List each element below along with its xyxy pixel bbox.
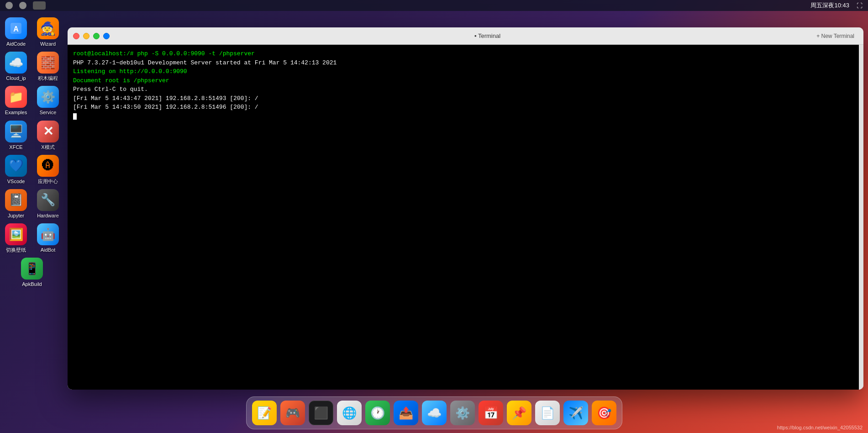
sidebar-icon-xfce[interactable]: 🖥️ XFCE — [2, 119, 30, 152]
sidebar-icon-aidbot[interactable]: 🤖 AidBot — [34, 222, 62, 255]
wallpaper-emoji: 🖼️ — [9, 227, 23, 242]
close-button[interactable] — [73, 33, 79, 39]
sys-dot-3 — [33, 1, 46, 10]
terminal-line-4: Press Ctrl-C to quit. — [73, 85, 853, 94]
jupyter-emoji: 📓 — [9, 193, 23, 207]
wallpaper-label: 切换壁纸 — [6, 247, 26, 253]
dock-icon-gamepad[interactable]: 🎮 — [280, 401, 305, 425]
sidebar-icon-aidcode[interactable]: A AidCode — [2, 16, 30, 49]
jupyter-label: Jupyter — [8, 213, 24, 219]
service-label: Service — [40, 110, 57, 116]
dock-icon-notes2[interactable]: 📄 — [535, 401, 560, 425]
dock-icon-clock[interactable]: 🕐 — [365, 401, 390, 425]
cloud-ip-emoji: ☁️ — [9, 56, 23, 70]
aidbot-label: AidBot — [41, 247, 55, 253]
icon-row-1: A AidCode 🧙 Wizard — [0, 16, 64, 49]
terminal-line-1: PHP 7.3.27-1~deb10u1 Development Server … — [73, 58, 853, 68]
cursor-block — [73, 113, 77, 120]
terminal-line-3: Document root is /phpserver — [73, 76, 853, 85]
bottom-url: https://blog.csdn.net/weixin_42055532 — [777, 425, 863, 430]
system-tray-left — [0, 0, 51, 11]
taskbar-dock: 📝 🎮 ⬛ 🌐 🕐 📤 ☁️ ⚙️ 📅 📌 📄 ✈️ 🎯 — [246, 396, 622, 429]
sidebar-icon-jupyter[interactable]: 📓 Jupyter — [2, 187, 30, 221]
datetime-label: 周五深夜10:43 — [810, 1, 849, 10]
dock-icon-send[interactable]: ✈️ — [563, 401, 588, 425]
terminal-line-command: root@localhost:/# php -S 0.0.0.0:9090 -t… — [73, 49, 853, 58]
svg-text:A: A — [13, 25, 19, 33]
desktop-sidebar: A AidCode 🧙 Wizard ☁️ Cloud_ip 🧱 积木编程 — [0, 11, 64, 394]
dock-icon-calendar[interactable]: 📅 — [479, 401, 503, 425]
sidebar-icon-xmode[interactable]: ✕ X模式 — [34, 119, 62, 152]
terminal-titlebar: ▪ Terminal + New Terminal — [68, 27, 863, 45]
jimu-emoji: 🧱 — [41, 56, 55, 70]
appcenter-emoji: 🅐 — [42, 158, 54, 173]
vscode-emoji: 💙 — [9, 158, 23, 173]
xmode-label: X模式 — [41, 144, 54, 150]
terminal-title: ▪ Terminal — [117, 32, 858, 39]
apkbuild-emoji: 📱 — [25, 262, 39, 276]
sidebar-icon-appcenter[interactable]: 🅐 应用中心 — [34, 153, 62, 186]
cloud-ip-label: Cloud_ip — [6, 75, 26, 81]
examples-emoji: 📁 — [9, 90, 23, 104]
sidebar-icon-wizard[interactable]: 🧙 Wizard — [34, 16, 62, 49]
new-terminal-button[interactable]: + New Terminal — [816, 33, 854, 39]
dock-icon-settings[interactable]: ⚙️ — [450, 401, 475, 425]
terminal-prompt: root@localhost:/# php -S 0.0.0.0:9090 -t… — [73, 50, 255, 57]
dock-icon-arcade[interactable]: 🎯 — [592, 401, 616, 425]
new-terminal-label: + New Terminal — [816, 33, 854, 39]
terminal-content[interactable]: root@localhost:/# php -S 0.0.0.0:9090 -t… — [68, 45, 859, 390]
examples-label: Examples — [5, 110, 27, 116]
dock-icon-stickies[interactable]: 📌 — [507, 401, 531, 425]
wizard-emoji: 🧙 — [40, 21, 56, 36]
aidcode-label: AidCode — [6, 41, 26, 47]
xmode-icon: ✕ — [43, 124, 53, 139]
icon-row-8: 📱 ApkBuild — [0, 256, 64, 289]
icon-row-4: 🖥️ XFCE ✕ X模式 — [0, 119, 64, 152]
wizard-label: Wizard — [40, 41, 56, 47]
split-button[interactable] — [103, 33, 110, 39]
dock-icon-cloud[interactable]: ☁️ — [422, 401, 447, 425]
dock-icon-browser[interactable]: 🌐 — [337, 401, 362, 425]
maximize-button[interactable] — [93, 33, 100, 39]
sys-dot-2 — [19, 2, 26, 9]
terminal-line-cursor — [73, 112, 853, 121]
terminal-line-2: Listening on http://0.0.0.0:9090 — [73, 67, 853, 76]
dock-icon-notes[interactable]: 📝 — [252, 401, 277, 425]
sidebar-icon-vscode[interactable]: 💙 VScode — [2, 153, 30, 186]
service-emoji: ⚙️ — [41, 90, 55, 104]
vscode-label: VScode — [7, 179, 25, 185]
sidebar-icon-hardware[interactable]: 🔧 Hardware — [34, 187, 62, 221]
terminal-window: ▪ Terminal + New Terminal root@localhost… — [68, 27, 863, 390]
terminal-line-5: [Fri Mar 5 14:43:47 2021] 192.168.2.8:51… — [73, 94, 853, 103]
icon-row-2: ☁️ Cloud_ip 🧱 积木编程 — [0, 50, 64, 83]
expand-icon: ⛶ — [857, 2, 863, 9]
aidbot-emoji: 🤖 — [41, 227, 55, 242]
terminal-scrollbar[interactable] — [859, 45, 863, 390]
sidebar-icon-service[interactable]: ⚙️ Service — [34, 84, 62, 117]
minimize-button[interactable] — [83, 33, 89, 39]
terminal-line-6: [Fri Mar 5 14:43:50 2021] 192.168.2.8:51… — [73, 103, 853, 112]
sidebar-icon-jimu[interactable]: 🧱 积木编程 — [34, 50, 62, 83]
icon-row-7: 🖼️ 切换壁纸 🤖 AidBot — [0, 222, 64, 255]
aidcode-svg: A — [9, 21, 23, 35]
sidebar-icon-cloud-ip[interactable]: ☁️ Cloud_ip — [2, 50, 30, 83]
jimu-label: 积木编程 — [38, 75, 58, 81]
icon-row-3: 📁 Examples ⚙️ Service — [0, 84, 64, 117]
hardware-emoji: 🔧 — [41, 193, 55, 207]
icon-row-5: 💙 VScode 🅐 应用中心 — [0, 153, 64, 186]
dock-icon-filetransfer[interactable]: 📤 — [394, 401, 418, 425]
sidebar-icon-examples[interactable]: 📁 Examples — [2, 84, 30, 117]
top-bar: 周五深夜10:43 ⛶ — [0, 0, 868, 11]
sidebar-icon-wallpaper[interactable]: 🖼️ 切换壁纸 — [2, 222, 30, 255]
traffic-lights — [73, 33, 110, 39]
icon-row-6: 📓 Jupyter 🔧 Hardware — [0, 187, 64, 221]
terminal-title-icon: ▪ — [474, 32, 478, 39]
terminal-body: root@localhost:/# php -S 0.0.0.0:9090 -t… — [68, 45, 863, 390]
top-bar-right: 周五深夜10:43 ⛶ — [810, 1, 863, 10]
appcenter-label: 应用中心 — [38, 179, 58, 185]
hardware-label: Hardware — [37, 213, 59, 219]
xfce-emoji: 🖥️ — [9, 124, 23, 138]
xfce-label: XFCE — [9, 144, 22, 150]
dock-icon-terminal[interactable]: ⬛ — [309, 401, 333, 425]
sidebar-icon-apkbuild[interactable]: 📱 ApkBuild — [18, 256, 46, 289]
